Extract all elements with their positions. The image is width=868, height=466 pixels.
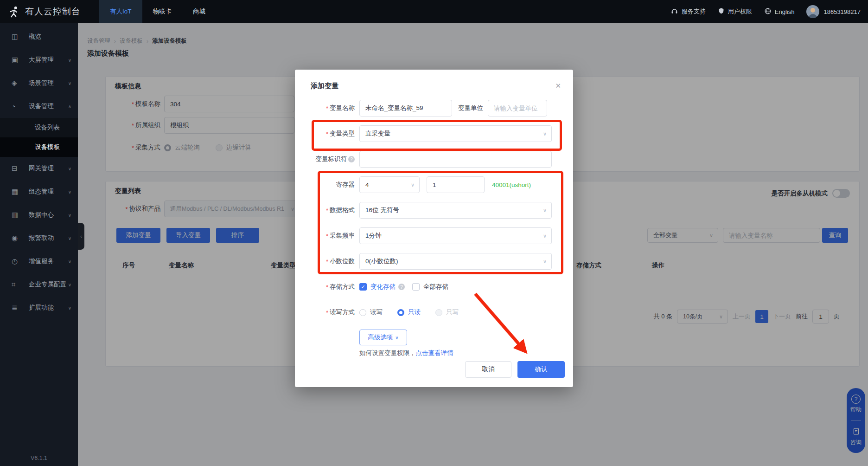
sidebar-item-enterprise-config[interactable]: ⌗ 企业专属配置 ∨ bbox=[0, 273, 78, 296]
register-address-hint: 40001(ushort) bbox=[492, 181, 531, 188]
sidebar-item-value-added[interactable]: ◷ 增值服务 ∨ bbox=[0, 250, 78, 273]
sidebar-item-device-template[interactable]: 设备模板 bbox=[0, 137, 78, 157]
top-nav-tabs: 有人IoT 物联卡 商城 bbox=[99, 0, 216, 23]
read-write-mode-label: 读写方式 bbox=[330, 308, 355, 317]
gateway-icon: ⊟ bbox=[12, 164, 22, 173]
service-support-button[interactable]: 服务支持 bbox=[670, 7, 706, 16]
identifier-label: 变量标识符 bbox=[316, 155, 347, 163]
sidebar-item-gateway-mgmt[interactable]: ⊟ 网关管理 ∨ bbox=[0, 157, 78, 180]
language-switch-button[interactable]: English bbox=[764, 7, 795, 16]
alarm-icon: ◉ bbox=[12, 234, 22, 242]
globe-icon bbox=[764, 7, 772, 16]
device-icon: ◔ bbox=[12, 103, 22, 110]
device-mgmt-submenu: 设备列表 设备模板 bbox=[0, 118, 78, 157]
data-format-select[interactable]: 16位 无符号 bbox=[359, 202, 552, 219]
advanced-options-button[interactable]: 高级选项 bbox=[359, 330, 407, 345]
register-label: 寄存器 bbox=[336, 181, 355, 189]
sidebar-item-device-list[interactable]: 设备列表 bbox=[0, 118, 78, 137]
full-storage-checkbox[interactable] bbox=[412, 283, 420, 291]
collect-frequency-label: 采集频率 bbox=[330, 232, 355, 240]
account-phone: 18653198217 bbox=[823, 8, 861, 15]
value-added-icon: ◷ bbox=[12, 257, 22, 265]
extensions-icon: ≣ bbox=[12, 304, 22, 312]
collect-frequency-select[interactable]: 1分钟 bbox=[359, 227, 552, 244]
confirm-button[interactable]: 确认 bbox=[517, 361, 565, 378]
user-permission-button[interactable]: 用户权限 bbox=[718, 7, 752, 16]
chevron-down-icon: ∨ bbox=[68, 305, 71, 311]
screen-icon: ▣ bbox=[12, 56, 22, 64]
tab-usr-iot[interactable]: 有人IoT bbox=[99, 0, 142, 23]
tab-mall[interactable]: 商城 bbox=[182, 0, 216, 23]
topbar: 有人云控制台 有人IoT 物联卡 商城 服务支持 用户权限 bbox=[0, 0, 868, 23]
scada-icon: ▦ bbox=[12, 188, 22, 196]
sidebar-item-device-mgmt[interactable]: ◔ 设备管理 ∧ bbox=[0, 95, 78, 118]
data-format-label: 数据格式 bbox=[330, 206, 355, 214]
variable-type-select[interactable]: 直采变量 bbox=[359, 125, 552, 142]
help-circle-icon: ? bbox=[398, 284, 405, 290]
decimal-places-select[interactable]: 0(小数位数) bbox=[359, 253, 552, 270]
sidebar-item-screen-mgmt[interactable]: ▣ 大屏管理 ∨ bbox=[0, 48, 78, 71]
register-address-input[interactable] bbox=[427, 176, 485, 193]
avatar bbox=[806, 5, 819, 18]
identifier-input[interactable] bbox=[359, 151, 552, 168]
sidebar-item-overview[interactable]: ◫ 概览 bbox=[0, 25, 78, 48]
version-label: V6.1.1 bbox=[0, 455, 78, 461]
sidebar-item-scada-mgmt[interactable]: ▦ 组态管理 ∨ bbox=[0, 180, 78, 203]
decimal-places-label: 小数位数 bbox=[330, 257, 355, 265]
chevron-down-icon: ∨ bbox=[68, 213, 71, 218]
tab-iot-card[interactable]: 物联卡 bbox=[142, 0, 183, 23]
usr-logo-icon bbox=[7, 5, 20, 18]
change-storage-checkbox[interactable]: ✓ bbox=[359, 283, 367, 291]
sidebar-item-scene-mgmt[interactable]: ◈ 场景管理 ∨ bbox=[0, 71, 78, 95]
variable-unit-label: 变量单位 bbox=[458, 104, 483, 112]
view-details-link[interactable]: 点击查看详情 bbox=[416, 350, 453, 356]
chevron-down-icon: ∨ bbox=[68, 236, 71, 241]
account-menu[interactable]: 18653198217 bbox=[806, 5, 861, 18]
permission-hint-text: 如何设置变量权限， bbox=[359, 350, 416, 356]
chevron-down-icon: ∨ bbox=[68, 81, 71, 86]
enterprise-icon: ⌗ bbox=[12, 280, 22, 289]
sidebar-item-data-center[interactable]: ▥ 数据中心 ∨ bbox=[0, 203, 78, 227]
chevron-down-icon: ∨ bbox=[68, 282, 71, 287]
cancel-button[interactable]: 取消 bbox=[465, 361, 511, 378]
variable-unit-input[interactable] bbox=[488, 100, 547, 116]
brand-title: 有人云控制台 bbox=[25, 6, 81, 18]
chevron-down-icon: ∨ bbox=[68, 166, 71, 171]
sidebar-item-extensions[interactable]: ≣ 扩展功能 ∨ bbox=[0, 296, 78, 319]
shield-icon bbox=[718, 7, 725, 16]
storage-mode-label: 存储方式 bbox=[330, 283, 355, 291]
radio-write-only bbox=[435, 309, 442, 316]
radio-read-only[interactable] bbox=[397, 309, 404, 316]
register-type-select[interactable]: 4 bbox=[359, 176, 420, 193]
chevron-down-icon: ∨ bbox=[68, 259, 71, 264]
variable-type-label: 变量类型 bbox=[330, 129, 355, 138]
chevron-down-icon: ∨ bbox=[68, 189, 71, 194]
modal-title: 添加变量 bbox=[311, 82, 338, 91]
sidebar: ◫ 概览 ▣ 大屏管理 ∨ ◈ 场景管理 ∨ ◔ 设备管理 ∧ 设备列表 设备模… bbox=[0, 23, 78, 466]
scene-icon: ◈ bbox=[12, 79, 22, 87]
chevron-down-icon: ∨ bbox=[68, 58, 71, 63]
radio-read-write[interactable] bbox=[359, 309, 366, 316]
variable-name-label: 变量名称 bbox=[330, 104, 355, 112]
overview-icon: ◫ bbox=[12, 32, 22, 41]
chevron-up-icon: ∧ bbox=[68, 104, 71, 109]
close-icon[interactable]: ✕ bbox=[555, 82, 561, 90]
sidebar-item-alarm-linkage[interactable]: ◉ 报警联动 ∨ bbox=[0, 227, 78, 250]
add-variable-modal: 添加变量 ✕ * 变量名称 变量单位 * 变量类型 直采变量 变量标识符 ? 寄… bbox=[295, 70, 573, 387]
variable-name-input[interactable] bbox=[359, 100, 452, 116]
headset-icon bbox=[670, 7, 678, 16]
help-circle-icon: ? bbox=[348, 156, 355, 162]
data-center-icon: ▥ bbox=[12, 211, 22, 219]
